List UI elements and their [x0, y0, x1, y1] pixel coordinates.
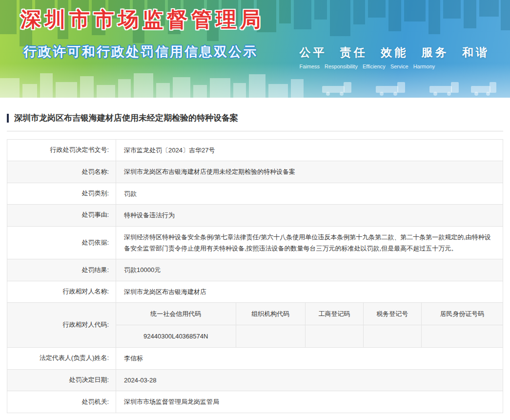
code-value-cell: 92440300L40368574N	[116, 325, 236, 347]
row-value: 深圳经济特区特种设备安全条例/第七章法律责任/第六十八条使用单位违反本条例第十九…	[116, 227, 503, 259]
site-banner: 深圳市市场监督管理局 行政许可和行政处罚信用信息双公示 公平 责任 效能 服务 …	[0, 0, 510, 98]
code-value-cell	[364, 325, 422, 347]
title-accent-bar	[7, 114, 9, 123]
code-value-cell	[306, 325, 364, 347]
table-row: 处罚机关: 深圳市市场监督管理局龙岗监管局	[7, 391, 503, 413]
code-header-row: 统一社会信用代码 组织机构代码 工商登记码 税务登记号 居民身份证号码	[116, 303, 503, 325]
row-value: 深圳市龙岗区布吉银海建材店使用未经定期检验的特种设备案	[116, 161, 503, 182]
row-label: 行政相对人名称:	[7, 281, 116, 302]
row-value: 深市监龙处罚〔2024〕吉华27号	[116, 140, 503, 161]
row-label: 行政相对人代码:	[7, 303, 116, 347]
slogan-english: Faimess Responsibility Efficiency Servic…	[299, 63, 490, 69]
code-header-cell: 统一社会信用代码	[116, 303, 236, 325]
banner-slogan: 公平 责任 效能 服务 和谐 Faimess Responsibility Ef…	[299, 45, 490, 69]
code-header-cell: 税务登记号	[364, 303, 422, 325]
table-row: 处罚结果: 罚款10000元	[7, 259, 503, 281]
table-row: 处罚类别: 罚款	[7, 183, 503, 205]
site-org-name: 深圳市市场监督管理局	[20, 6, 265, 33]
page-title: 深圳市龙岗区布吉银海建材店使用未经定期检验的特种设备案	[14, 112, 238, 124]
row-label: 处罚决定日期:	[7, 370, 116, 391]
row-value: 李信标	[116, 348, 503, 369]
code-value-cell	[236, 325, 306, 347]
table-row-counterparty-codes: 行政相对人代码: 统一社会信用代码 组织机构代码 工商登记码 税务登记号 居民身…	[7, 303, 503, 348]
row-value: 2024-03-28	[116, 370, 503, 391]
row-label: 处罚类别:	[7, 183, 116, 204]
code-value-cell	[422, 325, 503, 347]
code-header-cell: 工商登记码	[306, 303, 364, 325]
row-value: 特种设备违法行为	[116, 205, 503, 226]
penalty-info-table: 行政处罚决定书文号: 深市监龙处罚〔2024〕吉华27号 处罚名称: 深圳市龙岗…	[7, 139, 503, 413]
slogan-chinese: 公平 责任 效能 服务 和谐	[299, 45, 490, 60]
row-label: 处罚事由:	[7, 205, 116, 226]
row-label: 法定代表人(负责人)姓名:	[7, 348, 116, 369]
code-header-cell: 居民身份证号码	[422, 303, 503, 325]
row-label: 处罚结果:	[7, 259, 116, 280]
table-row: 法定代表人(负责人)姓名: 李信标	[7, 348, 503, 369]
site-subtitle: 行政许可和行政处罚信用信息双公示	[23, 43, 258, 61]
code-sub-table: 统一社会信用代码 组织机构代码 工商登记码 税务登记号 居民身份证号码 9244…	[116, 303, 503, 347]
row-value: 罚款10000元	[116, 259, 503, 280]
row-label: 处罚名称:	[7, 161, 116, 182]
case-title-section: 深圳市龙岗区布吉银海建材店使用未经定期检验的特种设备案	[7, 112, 503, 131]
table-row: 处罚依据: 深圳经济特区特种设备安全条例/第七章法律责任/第六十八条使用单位违反…	[7, 227, 503, 260]
table-row: 处罚名称: 深圳市龙岗区布吉银海建材店使用未经定期检验的特种设备案	[7, 161, 503, 183]
row-label: 处罚机关:	[7, 391, 116, 413]
table-row: 行政处罚决定书文号: 深市监龙处罚〔2024〕吉华27号	[7, 140, 503, 161]
code-header-cell: 组织机构代码	[236, 303, 306, 325]
table-row: 处罚决定日期: 2024-03-28	[7, 370, 503, 391]
row-label: 处罚依据:	[7, 227, 116, 259]
row-value: 罚款	[116, 183, 503, 204]
table-row: 行政相对人名称: 深圳市龙岗区布吉银海建材店	[7, 281, 503, 303]
table-row: 处罚事由: 特种设备违法行为	[7, 205, 503, 226]
page: 深圳市市场监督管理局 行政许可和行政处罚信用信息双公示 公平 责任 效能 服务 …	[0, 0, 510, 420]
code-value-row: 92440300L40368574N	[116, 325, 503, 347]
row-value: 深圳市市场监督管理局龙岗监管局	[116, 391, 503, 413]
row-label: 行政处罚决定书文号:	[7, 140, 116, 161]
row-value: 深圳市龙岗区布吉银海建材店	[116, 281, 503, 302]
